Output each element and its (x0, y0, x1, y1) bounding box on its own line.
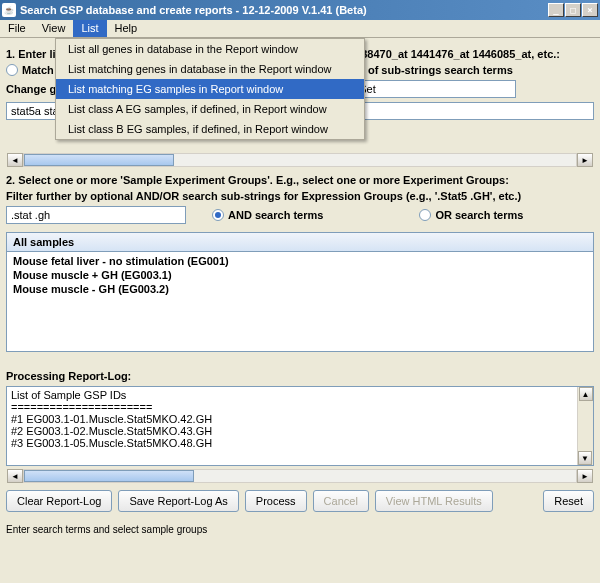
substring-label: st of sub-strings search terms (355, 64, 513, 76)
filter-label: Filter further by optional AND/OR search… (6, 190, 594, 202)
maximize-button[interactable]: □ (565, 3, 581, 17)
list-dropdown: List all genes in database in the Report… (55, 38, 365, 140)
scroll-left-icon[interactable]: ◄ (7, 153, 23, 167)
process-button[interactable]: Process (245, 490, 307, 512)
scroll-left-icon[interactable]: ◄ (7, 469, 23, 483)
log-line: #1 EG003.1-01.Muscle.Stat5MKO.42.GH (11, 413, 589, 425)
reset-button[interactable]: Reset (543, 490, 594, 512)
clear-log-button[interactable]: Clear Report-Log (6, 490, 112, 512)
scroll-thumb[interactable] (24, 470, 194, 482)
dropdown-list-matching-eg[interactable]: List matching EG samples in Report windo… (56, 79, 364, 99)
menu-help[interactable]: Help (107, 20, 146, 37)
log-line: #3 EG003.1-05.Muscle.Stat5MKO.48.GH (11, 437, 589, 449)
java-icon: ☕ (2, 3, 16, 17)
window-title: Search GSP database and create reports -… (20, 4, 548, 16)
log-line: List of Sample GSP IDs (11, 389, 589, 401)
scroll-right-icon[interactable]: ► (577, 469, 593, 483)
menu-file[interactable]: File (0, 20, 34, 37)
change-gene-value[interactable]: aSet (346, 80, 516, 98)
hscroll-2[interactable]: ◄ ► (6, 468, 594, 484)
list-item[interactable]: Mouse muscle - GH (EG003.2) (13, 282, 587, 296)
step2-label: 2. Select one or more 'Sample Experiment… (6, 174, 594, 186)
dropdown-list-class-a[interactable]: List class A EG samples, if defined, in … (56, 99, 364, 119)
report-log[interactable]: List of Sample GSP IDs =================… (6, 386, 594, 466)
dropdown-list-all-genes[interactable]: List all genes in database in the Report… (56, 39, 364, 59)
menubar: File View List Help List all genes in da… (0, 20, 600, 38)
dropdown-list-class-b[interactable]: List class B EG samples, if defined, in … (56, 119, 364, 139)
window-controls: _ □ × (548, 3, 598, 17)
list-item[interactable]: Mouse muscle + GH (EG003.1) (13, 268, 587, 282)
view-results-button: View HTML Results (375, 490, 493, 512)
samples-header: All samples (6, 232, 594, 252)
log-line: #2 EG003.1-02.Muscle.Stat5MKO.43.GH (11, 425, 589, 437)
or-radio[interactable]: OR search terms (419, 209, 523, 221)
log-label: Processing Report-Log: (6, 370, 594, 382)
menu-view[interactable]: View (34, 20, 74, 37)
list-item[interactable]: Mouse fetal liver - no stimulation (EG00… (13, 254, 587, 268)
button-row: Clear Report-Log Save Report-Log As Proc… (6, 490, 594, 512)
cancel-button: Cancel (313, 490, 369, 512)
hscroll-1[interactable]: ◄ ► (6, 152, 594, 168)
status-bar: Enter search terms and select sample gro… (0, 522, 600, 537)
close-button[interactable]: × (582, 3, 598, 17)
and-radio[interactable]: AND search terms (212, 209, 323, 221)
dropdown-list-matching-genes[interactable]: List matching genes in database in the R… (56, 59, 364, 79)
scroll-right-icon[interactable]: ► (577, 153, 593, 167)
scroll-thumb[interactable] (24, 154, 174, 166)
save-log-button[interactable]: Save Report-Log As (118, 490, 238, 512)
scroll-up-icon[interactable]: ▲ (579, 387, 593, 401)
titlebar: ☕ Search GSP database and create reports… (0, 0, 600, 20)
menu-list[interactable]: List (73, 20, 106, 37)
samples-list[interactable]: Mouse fetal liver - no stimulation (EG00… (6, 252, 594, 352)
filter-input[interactable] (6, 206, 186, 224)
scroll-down-icon[interactable]: ▼ (578, 451, 592, 465)
log-line: ====================== (11, 401, 589, 413)
vscroll[interactable]: ▲ ▼ (577, 387, 593, 465)
minimize-button[interactable]: _ (548, 3, 564, 17)
